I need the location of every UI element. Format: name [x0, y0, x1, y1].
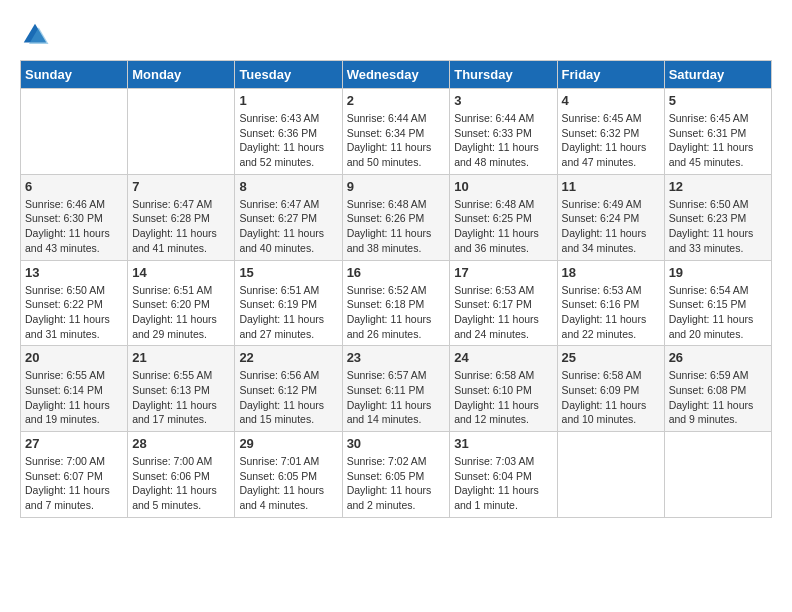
day-info: Sunrise: 6:58 AMSunset: 6:10 PMDaylight:…: [454, 368, 552, 427]
day-info: Sunrise: 6:45 AMSunset: 6:31 PMDaylight:…: [669, 111, 767, 170]
day-cell: 8Sunrise: 6:47 AMSunset: 6:27 PMDaylight…: [235, 174, 342, 260]
day-info: Sunrise: 6:51 AMSunset: 6:20 PMDaylight:…: [132, 283, 230, 342]
day-cell: 13Sunrise: 6:50 AMSunset: 6:22 PMDayligh…: [21, 260, 128, 346]
day-cell: 2Sunrise: 6:44 AMSunset: 6:34 PMDaylight…: [342, 89, 450, 175]
day-cell: 25Sunrise: 6:58 AMSunset: 6:09 PMDayligh…: [557, 346, 664, 432]
day-info: Sunrise: 6:44 AMSunset: 6:34 PMDaylight:…: [347, 111, 446, 170]
day-info: Sunrise: 6:45 AMSunset: 6:32 PMDaylight:…: [562, 111, 660, 170]
day-number: 22: [239, 350, 337, 365]
day-cell: 24Sunrise: 6:58 AMSunset: 6:10 PMDayligh…: [450, 346, 557, 432]
day-info: Sunrise: 6:49 AMSunset: 6:24 PMDaylight:…: [562, 197, 660, 256]
day-number: 27: [25, 436, 123, 451]
day-number: 3: [454, 93, 552, 108]
day-cell: 6Sunrise: 6:46 AMSunset: 6:30 PMDaylight…: [21, 174, 128, 260]
week-row-2: 6Sunrise: 6:46 AMSunset: 6:30 PMDaylight…: [21, 174, 772, 260]
day-cell: 1Sunrise: 6:43 AMSunset: 6:36 PMDaylight…: [235, 89, 342, 175]
days-header-row: SundayMondayTuesdayWednesdayThursdayFrid…: [21, 61, 772, 89]
day-info: Sunrise: 6:46 AMSunset: 6:30 PMDaylight:…: [25, 197, 123, 256]
col-header-monday: Monday: [128, 61, 235, 89]
day-number: 8: [239, 179, 337, 194]
week-row-5: 27Sunrise: 7:00 AMSunset: 6:07 PMDayligh…: [21, 432, 772, 518]
day-info: Sunrise: 6:48 AMSunset: 6:25 PMDaylight:…: [454, 197, 552, 256]
day-number: 26: [669, 350, 767, 365]
day-cell: 27Sunrise: 7:00 AMSunset: 6:07 PMDayligh…: [21, 432, 128, 518]
day-number: 11: [562, 179, 660, 194]
day-cell: 29Sunrise: 7:01 AMSunset: 6:05 PMDayligh…: [235, 432, 342, 518]
day-cell: 23Sunrise: 6:57 AMSunset: 6:11 PMDayligh…: [342, 346, 450, 432]
day-number: 13: [25, 265, 123, 280]
calendar-table: SundayMondayTuesdayWednesdayThursdayFrid…: [20, 60, 772, 518]
day-info: Sunrise: 7:00 AMSunset: 6:06 PMDaylight:…: [132, 454, 230, 513]
day-cell: 11Sunrise: 6:49 AMSunset: 6:24 PMDayligh…: [557, 174, 664, 260]
day-cell: 22Sunrise: 6:56 AMSunset: 6:12 PMDayligh…: [235, 346, 342, 432]
day-number: 12: [669, 179, 767, 194]
day-cell: 20Sunrise: 6:55 AMSunset: 6:14 PMDayligh…: [21, 346, 128, 432]
day-info: Sunrise: 6:57 AMSunset: 6:11 PMDaylight:…: [347, 368, 446, 427]
day-number: 7: [132, 179, 230, 194]
page-header: [20, 20, 772, 50]
day-number: 23: [347, 350, 446, 365]
day-number: 5: [669, 93, 767, 108]
col-header-tuesday: Tuesday: [235, 61, 342, 89]
day-info: Sunrise: 7:03 AMSunset: 6:04 PMDaylight:…: [454, 454, 552, 513]
day-cell: 14Sunrise: 6:51 AMSunset: 6:20 PMDayligh…: [128, 260, 235, 346]
week-row-1: 1Sunrise: 6:43 AMSunset: 6:36 PMDaylight…: [21, 89, 772, 175]
day-info: Sunrise: 6:58 AMSunset: 6:09 PMDaylight:…: [562, 368, 660, 427]
day-number: 10: [454, 179, 552, 194]
day-info: Sunrise: 6:59 AMSunset: 6:08 PMDaylight:…: [669, 368, 767, 427]
day-cell: [128, 89, 235, 175]
day-cell: [557, 432, 664, 518]
day-cell: 5Sunrise: 6:45 AMSunset: 6:31 PMDaylight…: [664, 89, 771, 175]
day-number: 29: [239, 436, 337, 451]
day-cell: 28Sunrise: 7:00 AMSunset: 6:06 PMDayligh…: [128, 432, 235, 518]
day-info: Sunrise: 6:54 AMSunset: 6:15 PMDaylight:…: [669, 283, 767, 342]
day-number: 21: [132, 350, 230, 365]
col-header-wednesday: Wednesday: [342, 61, 450, 89]
day-cell: 19Sunrise: 6:54 AMSunset: 6:15 PMDayligh…: [664, 260, 771, 346]
col-header-thursday: Thursday: [450, 61, 557, 89]
day-cell: 17Sunrise: 6:53 AMSunset: 6:17 PMDayligh…: [450, 260, 557, 346]
day-info: Sunrise: 6:48 AMSunset: 6:26 PMDaylight:…: [347, 197, 446, 256]
day-cell: [664, 432, 771, 518]
day-info: Sunrise: 6:55 AMSunset: 6:14 PMDaylight:…: [25, 368, 123, 427]
day-number: 14: [132, 265, 230, 280]
day-number: 2: [347, 93, 446, 108]
day-info: Sunrise: 6:52 AMSunset: 6:18 PMDaylight:…: [347, 283, 446, 342]
day-number: 25: [562, 350, 660, 365]
day-info: Sunrise: 6:47 AMSunset: 6:27 PMDaylight:…: [239, 197, 337, 256]
day-info: Sunrise: 6:51 AMSunset: 6:19 PMDaylight:…: [239, 283, 337, 342]
day-number: 31: [454, 436, 552, 451]
day-number: 16: [347, 265, 446, 280]
day-number: 20: [25, 350, 123, 365]
day-cell: 4Sunrise: 6:45 AMSunset: 6:32 PMDaylight…: [557, 89, 664, 175]
day-cell: 9Sunrise: 6:48 AMSunset: 6:26 PMDaylight…: [342, 174, 450, 260]
day-info: Sunrise: 6:56 AMSunset: 6:12 PMDaylight:…: [239, 368, 337, 427]
day-number: 6: [25, 179, 123, 194]
day-number: 19: [669, 265, 767, 280]
day-number: 1: [239, 93, 337, 108]
day-cell: 16Sunrise: 6:52 AMSunset: 6:18 PMDayligh…: [342, 260, 450, 346]
day-number: 15: [239, 265, 337, 280]
day-info: Sunrise: 6:50 AMSunset: 6:22 PMDaylight:…: [25, 283, 123, 342]
day-number: 9: [347, 179, 446, 194]
day-number: 17: [454, 265, 552, 280]
week-row-3: 13Sunrise: 6:50 AMSunset: 6:22 PMDayligh…: [21, 260, 772, 346]
day-info: Sunrise: 6:43 AMSunset: 6:36 PMDaylight:…: [239, 111, 337, 170]
col-header-saturday: Saturday: [664, 61, 771, 89]
day-cell: 26Sunrise: 6:59 AMSunset: 6:08 PMDayligh…: [664, 346, 771, 432]
day-cell: 21Sunrise: 6:55 AMSunset: 6:13 PMDayligh…: [128, 346, 235, 432]
day-info: Sunrise: 6:47 AMSunset: 6:28 PMDaylight:…: [132, 197, 230, 256]
day-info: Sunrise: 6:44 AMSunset: 6:33 PMDaylight:…: [454, 111, 552, 170]
week-row-4: 20Sunrise: 6:55 AMSunset: 6:14 PMDayligh…: [21, 346, 772, 432]
day-info: Sunrise: 6:53 AMSunset: 6:16 PMDaylight:…: [562, 283, 660, 342]
day-cell: 3Sunrise: 6:44 AMSunset: 6:33 PMDaylight…: [450, 89, 557, 175]
day-number: 4: [562, 93, 660, 108]
day-cell: 31Sunrise: 7:03 AMSunset: 6:04 PMDayligh…: [450, 432, 557, 518]
day-number: 30: [347, 436, 446, 451]
day-info: Sunrise: 7:00 AMSunset: 6:07 PMDaylight:…: [25, 454, 123, 513]
day-info: Sunrise: 6:50 AMSunset: 6:23 PMDaylight:…: [669, 197, 767, 256]
logo: [20, 20, 54, 50]
day-cell: [21, 89, 128, 175]
day-cell: 7Sunrise: 6:47 AMSunset: 6:28 PMDaylight…: [128, 174, 235, 260]
day-info: Sunrise: 6:55 AMSunset: 6:13 PMDaylight:…: [132, 368, 230, 427]
